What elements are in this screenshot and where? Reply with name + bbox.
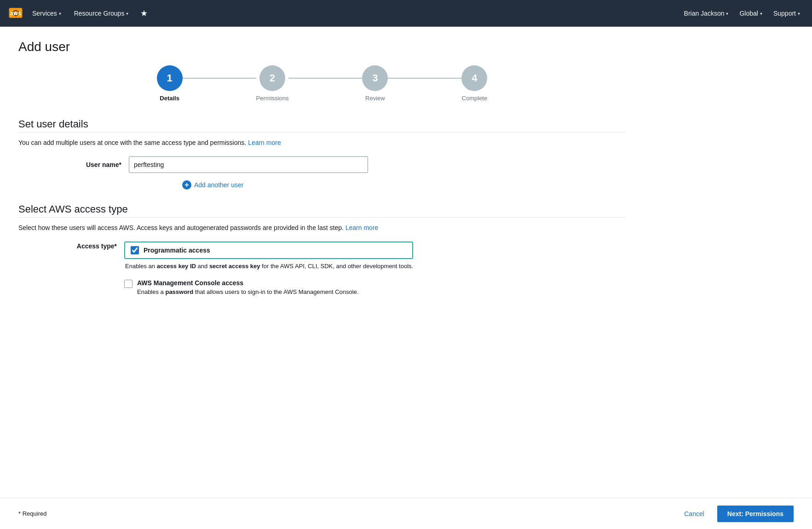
- programmatic-access-description: Enables an access key ID and secret acce…: [125, 262, 413, 271]
- add-another-user-button[interactable]: + Add another user: [182, 180, 243, 190]
- section-divider-2: [18, 217, 626, 218]
- add-another-user-label: Add another user: [194, 181, 243, 189]
- set-user-details-title: Set user details: [18, 118, 626, 130]
- step-complete: 4 Complete: [461, 65, 487, 102]
- resource-groups-chevron-icon: ▾: [126, 11, 128, 16]
- step-2-label: Permissions: [256, 95, 289, 102]
- step-details: 1 Details: [157, 65, 183, 102]
- console-access-description: Enables a password that allows users to …: [137, 288, 359, 297]
- support-chevron-icon: ▾: [798, 11, 800, 16]
- access-key-id-bold: access key ID: [157, 263, 196, 270]
- user-name: Brian Jackson: [684, 10, 725, 17]
- svg-text:aws: aws: [10, 10, 21, 17]
- footer: * Required Cancel Next: Permissions: [0, 498, 812, 529]
- required-text: * Required: [18, 510, 46, 517]
- step-4-label: Complete: [462, 95, 488, 102]
- next-permissions-button[interactable]: Next: Permissions: [717, 506, 794, 522]
- section-divider-1: [18, 132, 626, 132]
- services-chevron-icon: ▾: [59, 11, 61, 16]
- access-type-table: Access type* Programmatic access Enables…: [64, 242, 626, 296]
- page-title: Add user: [18, 40, 626, 54]
- username-label: User name*: [64, 161, 129, 168]
- step-2-circle: 2: [259, 65, 285, 91]
- resource-groups-label: Resource Groups: [74, 10, 125, 17]
- global-label: Global: [739, 10, 758, 17]
- bookmarks-icon[interactable]: ★: [137, 6, 151, 21]
- learn-more-link-1[interactable]: Learn more: [248, 139, 281, 146]
- aws-logo[interactable]: ⬡ aws: [7, 5, 24, 23]
- add-user-plus-icon: +: [182, 180, 191, 190]
- step-3-label: Review: [365, 95, 385, 102]
- step-4-circle: 4: [461, 65, 487, 91]
- access-type-options: Programmatic access Enables an access ke…: [124, 242, 413, 296]
- connector-3-4: [388, 78, 461, 79]
- step-1-circle: 1: [157, 65, 183, 91]
- access-type-section: Select AWS access type Select how these …: [18, 203, 626, 296]
- access-type-title: Select AWS access type: [18, 203, 626, 215]
- user-menu[interactable]: Brian Jackson ▾: [680, 7, 733, 20]
- connector-2-3: [288, 78, 362, 79]
- global-menu[interactable]: Global ▾: [735, 7, 766, 20]
- step-permissions: 2 Permissions: [256, 65, 289, 102]
- user-chevron-icon: ▾: [726, 11, 728, 16]
- secret-access-key-bold: secret access key: [209, 263, 260, 270]
- step-1-label: Details: [160, 95, 179, 102]
- learn-more-link-2[interactable]: Learn more: [346, 224, 379, 231]
- step-3-circle: 3: [362, 65, 388, 91]
- services-menu[interactable]: Services ▾: [28, 7, 66, 20]
- console-access-label: AWS Management Console access: [137, 279, 359, 287]
- support-label: Support: [773, 10, 796, 17]
- programmatic-access-option: Programmatic access Enables an access ke…: [124, 242, 413, 271]
- access-type-row: Access type* Programmatic access Enables…: [64, 242, 626, 296]
- access-type-field-label: Access type*: [64, 242, 124, 250]
- programmatic-access-checkbox[interactable]: [131, 246, 139, 254]
- console-access-checkbox[interactable]: [124, 280, 132, 288]
- set-user-details-desc: You can add multiple users at once with …: [18, 139, 626, 146]
- programmatic-access-box[interactable]: Programmatic access: [124, 242, 413, 259]
- username-input[interactable]: [129, 156, 368, 173]
- console-access-content: AWS Management Console access Enables a …: [137, 279, 359, 297]
- support-menu[interactable]: Support ▾: [769, 7, 805, 20]
- connector-1-2: [183, 78, 256, 79]
- password-bold: password: [165, 288, 193, 295]
- global-chevron-icon: ▾: [760, 11, 762, 16]
- access-type-desc: Select how these users will access AWS. …: [18, 224, 626, 231]
- set-user-details-section: Set user details You can add multiple us…: [18, 118, 626, 190]
- console-access-option: AWS Management Console access Enables a …: [124, 279, 413, 297]
- stepper: 1 Details 2 Permissions 3 Review 4 Compl…: [18, 65, 626, 102]
- username-row: User name*: [18, 156, 626, 173]
- nav-right-section: Brian Jackson ▾ Global ▾ Support ▾: [680, 7, 805, 20]
- top-navigation: ⬡ aws Services ▾ Resource Groups ▾ ★ Bri…: [0, 0, 812, 27]
- step-review: 3 Review: [362, 65, 388, 102]
- resource-groups-menu[interactable]: Resource Groups ▾: [69, 7, 133, 20]
- programmatic-access-label: Programmatic access: [144, 247, 210, 254]
- cancel-button[interactable]: Cancel: [679, 506, 710, 521]
- main-content: Add user 1 Details 2 Permissions 3 Revie…: [0, 27, 644, 315]
- footer-actions: Cancel Next: Permissions: [679, 506, 794, 522]
- services-label: Services: [32, 10, 57, 17]
